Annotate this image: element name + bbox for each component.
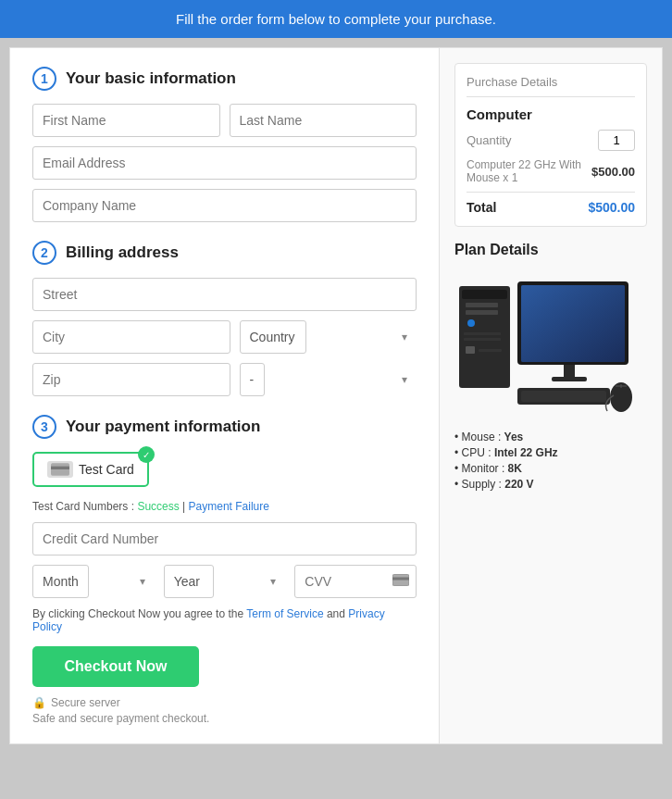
spec-supply: Supply : 220 V xyxy=(454,478,647,491)
svg-rect-5 xyxy=(462,290,507,299)
spec-cpu: CPU : Intel 22 GHz xyxy=(454,446,647,459)
credit-card-input[interactable] xyxy=(32,522,417,556)
svg-rect-12 xyxy=(479,349,502,352)
terms-text: By clicking Checkout Now you agree to th… xyxy=(32,607,417,633)
section3-header: 3 Your payment information xyxy=(32,415,417,439)
zip-state-row: - xyxy=(32,363,417,396)
right-panel: Purchase Details Computer Quantity 1 Com… xyxy=(440,48,662,743)
state-select-wrapper: - xyxy=(240,363,417,396)
spec-monitor: Monitor : 8K xyxy=(454,462,647,475)
year-select[interactable]: Year 202420252026 202720282029 xyxy=(164,565,214,598)
plan-specs: Mouse : Yes CPU : Intel 22 GHz Monitor :… xyxy=(454,431,647,491)
purchase-box: Purchase Details Computer Quantity 1 Com… xyxy=(454,63,647,227)
month-select-wrapper: Month 010203 040506 070809 101112 xyxy=(32,565,155,598)
quantity-row: Quantity 1 xyxy=(467,130,635,151)
computer-illustration xyxy=(454,268,647,419)
card-label: Test Card xyxy=(79,462,134,477)
last-name-input[interactable] xyxy=(230,104,417,137)
product-name: Computer xyxy=(467,106,635,122)
tos-link[interactable]: Term of Service xyxy=(246,607,323,620)
product-desc: Computer 22 GHz With Mouse x 1 xyxy=(467,158,591,184)
country-select[interactable]: Country xyxy=(240,320,306,354)
card-icon xyxy=(47,461,73,478)
company-row xyxy=(32,189,417,222)
svg-rect-4 xyxy=(459,286,510,388)
test-failure-link[interactable]: Payment Failure xyxy=(189,500,269,513)
cvv-wrapper xyxy=(294,565,417,598)
city-country-row: Country xyxy=(32,320,417,354)
section2-number: 2 xyxy=(32,241,56,265)
city-input[interactable] xyxy=(32,320,230,354)
quantity-label: Quantity xyxy=(467,133,511,147)
svg-rect-16 xyxy=(564,365,575,379)
section1-number: 1 xyxy=(32,67,56,91)
svg-rect-7 xyxy=(466,310,498,315)
email-input[interactable] xyxy=(32,146,417,180)
svg-rect-17 xyxy=(552,377,587,381)
test-card-label: Test Card Numbers : xyxy=(32,500,134,513)
svg-rect-19 xyxy=(521,391,606,402)
lock-icon: 🔒 xyxy=(32,696,46,709)
plan-details-title: Plan Details xyxy=(454,242,647,258)
svg-rect-6 xyxy=(466,303,498,307)
card-check-icon: ✓ xyxy=(138,446,155,463)
spec-mouse: Mouse : Yes xyxy=(454,431,647,443)
section3-number: 3 xyxy=(32,415,56,439)
credit-card-row xyxy=(32,522,417,556)
section2-header: 2 Billing address xyxy=(32,241,417,265)
svg-point-8 xyxy=(467,319,475,327)
total-label: Total xyxy=(467,200,496,215)
street-row xyxy=(32,278,417,311)
product-price-row: Computer 22 GHz With Mouse x 1 $500.00 xyxy=(467,158,635,184)
top-banner: Fill the order form below to complete yo… xyxy=(0,0,672,38)
secure-label: Secure server xyxy=(51,696,120,709)
safe-text: Safe and secure payment checkout. xyxy=(32,712,417,725)
zip-input[interactable] xyxy=(32,363,230,396)
secure-info: 🔒 Secure server xyxy=(32,696,417,709)
purchase-details-title: Purchase Details xyxy=(467,75,635,97)
svg-rect-10 xyxy=(464,338,501,341)
section3-title: Your payment information xyxy=(66,418,260,436)
email-row xyxy=(32,146,417,180)
svg-rect-1 xyxy=(51,467,69,469)
quantity-value: 1 xyxy=(598,130,635,151)
total-row: Total $500.00 xyxy=(467,192,635,215)
product-price: $500.00 xyxy=(591,165,635,179)
left-panel: 1 Your basic information 2 Billing addre… xyxy=(10,48,440,743)
section2-title: Billing address xyxy=(66,243,179,262)
first-name-input[interactable] xyxy=(32,104,220,137)
cvv-card-icon xyxy=(392,573,409,590)
test-card-info: Test Card Numbers : Success | Payment Fa… xyxy=(32,500,417,513)
country-select-wrapper: Country xyxy=(240,320,417,354)
plan-details-section: Plan Details xyxy=(454,242,647,491)
state-select[interactable]: - xyxy=(240,363,265,396)
total-price: $500.00 xyxy=(588,200,635,215)
banner-text: Fill the order form below to complete yo… xyxy=(176,11,496,27)
checkout-button[interactable]: Checkout Now xyxy=(32,646,199,687)
cvv-row: Month 010203 040506 070809 101112 Year 2… xyxy=(32,565,417,598)
name-row xyxy=(32,104,417,137)
svg-rect-11 xyxy=(466,346,475,354)
svg-rect-9 xyxy=(464,332,501,335)
street-input[interactable] xyxy=(32,278,417,311)
month-select[interactable]: Month 010203 040506 070809 101112 xyxy=(32,565,89,598)
section1-header: 1 Your basic information xyxy=(32,67,417,91)
svg-rect-15 xyxy=(521,285,625,362)
svg-rect-3 xyxy=(392,578,409,581)
year-select-wrapper: Year 202420252026 202720282029 xyxy=(164,565,286,598)
card-option[interactable]: Test Card ✓ xyxy=(32,452,149,487)
section1-title: Your basic information xyxy=(66,69,236,88)
test-success-link[interactable]: Success xyxy=(137,500,179,513)
company-input[interactable] xyxy=(32,189,417,222)
